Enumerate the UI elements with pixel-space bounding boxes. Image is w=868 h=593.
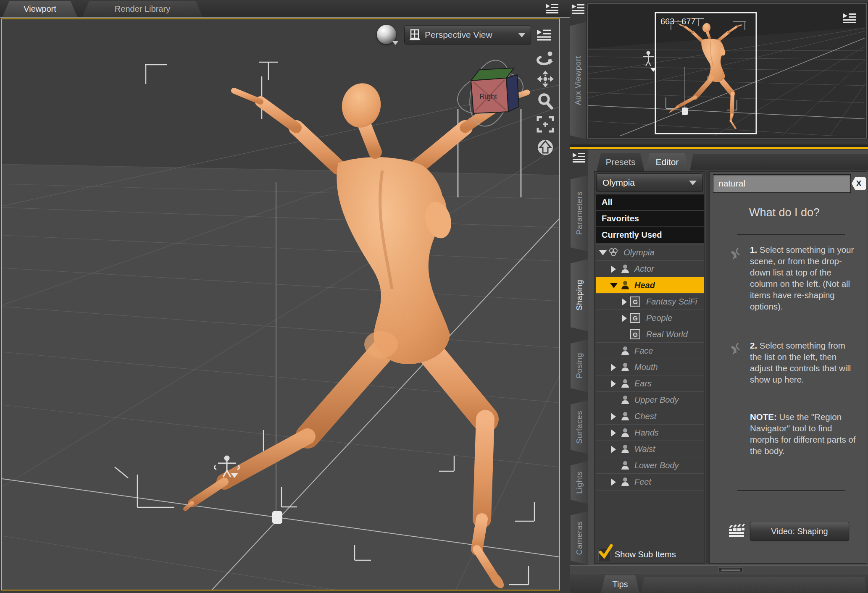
- tab-parameters[interactable]: Parameters: [571, 175, 588, 252]
- tree-row-upper-body[interactable]: Upper Body: [596, 391, 704, 408]
- aux-viewport-view[interactable]: 663 : 677: [587, 3, 867, 139]
- viewcube-face-label: Right: [479, 92, 497, 101]
- tree-row-feet[interactable]: Feet: [596, 473, 704, 491]
- tab-tips[interactable]: Tips: [601, 575, 639, 593]
- video-shaping-label: Video: Shaping: [771, 527, 828, 536]
- tree-row-lower-body[interactable]: Lower Body: [596, 457, 704, 474]
- help-step-1: 1. Select something in your scene, or fr…: [750, 244, 857, 312]
- expand-arrow-icon[interactable]: [610, 283, 618, 288]
- tree-row-fantasy-scifi[interactable]: G Fantasy SciFi: [596, 293, 704, 310]
- expand-arrow-icon[interactable]: [611, 380, 616, 388]
- viewcube[interactable]: Right: [455, 56, 527, 129]
- sphere-dropdown-caret[interactable]: [392, 41, 398, 45]
- expand-arrow-icon[interactable]: [611, 364, 616, 371]
- tree-row-hands[interactable]: Hands: [596, 424, 704, 441]
- tree-row-ears[interactable]: Ears: [596, 375, 704, 392]
- panel-options-icon[interactable]: [545, 3, 559, 14]
- frame-icon[interactable]: [536, 115, 555, 134]
- clear-icon[interactable]: X: [852, 177, 866, 190]
- tab-shaping-label: Shaping: [575, 280, 584, 310]
- person-icon: [620, 280, 630, 290]
- tree-row-olympia[interactable]: Olympia: [596, 244, 704, 261]
- filter-all[interactable]: All: [596, 194, 704, 210]
- tab-editor[interactable]: Editor: [645, 153, 689, 171]
- note-label: NOTE:: [750, 412, 777, 422]
- aux-pane-options-icon[interactable]: [571, 3, 585, 14]
- camera-view-dropdown[interactable]: Perspective View: [404, 25, 531, 45]
- tree-label: Lower Body: [634, 461, 679, 470]
- expand-arrow-icon[interactable]: [611, 429, 616, 437]
- tab-lights[interactable]: Lights: [571, 461, 588, 504]
- shaping-pane-options-icon[interactable]: [572, 152, 586, 163]
- expand-arrow-icon[interactable]: [599, 250, 607, 255]
- person-icon: [620, 346, 630, 356]
- tab-tips-label: Tips: [612, 580, 628, 589]
- person-icon: [620, 411, 630, 421]
- tab-cameras[interactable]: Cameras: [571, 511, 588, 565]
- viewport-3d[interactable]: Right Perspective View: [1, 18, 560, 590]
- shaping-list-panel: Olympia All Favorites Currently Used Oly…: [594, 171, 705, 564]
- filter-currently-used[interactable]: Currently Used: [596, 227, 704, 243]
- tree-row-head[interactable]: Head: [596, 277, 704, 294]
- tree-row-real-world[interactable]: G Real World: [596, 326, 704, 343]
- figure-dropdown[interactable]: Olympia: [596, 173, 703, 192]
- zoom-icon[interactable]: [536, 92, 555, 110]
- tab-aux-viewport[interactable]: Aux Viewport: [570, 22, 587, 139]
- pane-divider-accent[interactable]: [570, 147, 868, 149]
- tree-row-actor[interactable]: Actor: [596, 260, 704, 277]
- figure-dropdown-value: Olympia: [602, 178, 635, 188]
- tree-row-chest[interactable]: Chest: [596, 408, 704, 425]
- expand-arrow-icon[interactable]: [611, 265, 616, 273]
- camera-dropdown-caret: [518, 33, 526, 37]
- tab-render-library[interactable]: Render Library: [82, 1, 203, 17]
- expand-arrow-icon[interactable]: [622, 315, 627, 322]
- tree-row-face[interactable]: Face: [596, 342, 704, 359]
- person-icon: [620, 477, 630, 487]
- expand-arrow-icon[interactable]: [611, 446, 616, 453]
- figure-root-node[interactable]: [272, 511, 282, 524]
- tree-label: Head: [634, 281, 655, 290]
- expand-arrow-icon[interactable]: [611, 413, 616, 420]
- orbit-icon[interactable]: [536, 49, 555, 67]
- filter-all-label: All: [602, 197, 613, 207]
- person-icon: [620, 444, 630, 454]
- tab-viewport[interactable]: Viewport: [3, 1, 77, 17]
- check-icon: [597, 543, 614, 560]
- search-input[interactable]: [718, 178, 846, 189]
- tree-row-waist[interactable]: Waist: [596, 441, 704, 457]
- step-number: 2.: [750, 341, 757, 350]
- tab-presets[interactable]: Presets: [597, 153, 644, 171]
- tab-parameters-label: Parameters: [575, 192, 584, 235]
- camera-view-value: Perspective View: [425, 30, 513, 40]
- video-shaping-button[interactable]: Video: Shaping: [750, 522, 849, 541]
- figure-dropdown-caret: [689, 181, 697, 185]
- splitter-handle[interactable]: [718, 567, 743, 572]
- tree-row-people[interactable]: G People: [596, 310, 704, 326]
- help-divider-bottom: [737, 490, 845, 491]
- tab-surfaces-label: Surfaces: [575, 411, 584, 444]
- viewport-options-icon[interactable]: [537, 29, 552, 41]
- film-clapper-icon: [728, 524, 745, 538]
- expand-arrow-icon[interactable]: [611, 478, 616, 486]
- clear-glyph: X: [856, 179, 862, 188]
- tab-surfaces[interactable]: Surfaces: [571, 400, 588, 454]
- tab-posing-label: Posing: [575, 353, 584, 378]
- tree-label: Ears: [634, 379, 652, 388]
- aux-options-icon[interactable]: [843, 13, 856, 24]
- reset-camera-icon[interactable]: [536, 138, 555, 157]
- group-g-icon: G: [630, 313, 640, 323]
- tree-row-mouth[interactable]: Mouth: [596, 359, 704, 375]
- tab-posing[interactable]: Posing: [571, 339, 588, 392]
- bullet-icon: [727, 341, 744, 357]
- tab-aux-viewport-label: Aux Viewport: [573, 56, 583, 105]
- expand-arrow-icon[interactable]: [622, 298, 627, 306]
- tab-shaping[interactable]: Shaping: [571, 259, 588, 331]
- filter-favorites-label: Favorites: [602, 214, 639, 223]
- pan-icon[interactable]: [536, 70, 555, 88]
- tree-label: Real World: [646, 330, 688, 339]
- search-field[interactable]: [713, 174, 851, 193]
- window-icon: [410, 29, 420, 41]
- filter-favorites[interactable]: Favorites: [596, 211, 704, 227]
- tree-label: Chest: [634, 412, 656, 421]
- shaping-help-panel: X What do I do? 1. Select something in y…: [709, 171, 867, 564]
